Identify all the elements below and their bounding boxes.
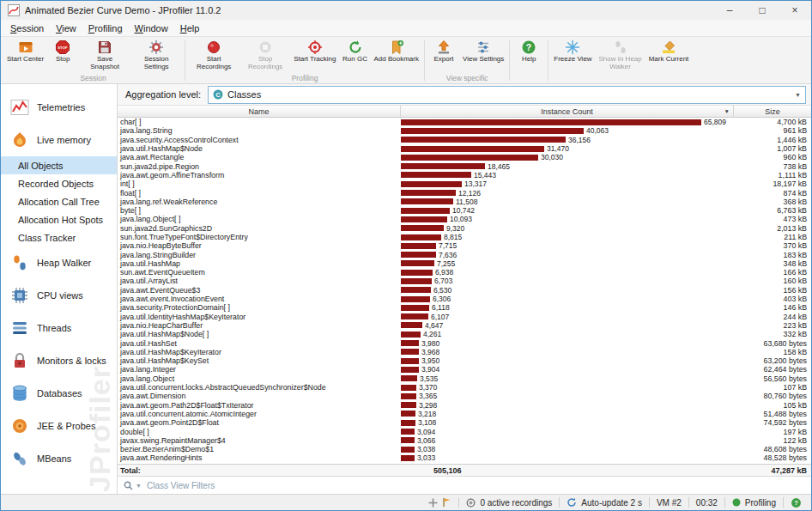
table-row[interactable]: java.awt.geom.AffineTransform15,4431,111…: [118, 171, 811, 179]
toolbar-group-label: Profiling: [188, 74, 421, 83]
column-header-name[interactable]: Name: [118, 106, 401, 117]
table-row[interactable]: java.awt.Rectangle30,030960 kB: [118, 153, 811, 161]
view-settings-button[interactable]: View Settings: [460, 39, 506, 64]
sidebar-item-mbeans[interactable]: MBeans: [1, 442, 117, 475]
column-header-instance-count[interactable]: Instance Count▼: [401, 106, 734, 117]
statusbar-label: 0 active recordings: [480, 498, 552, 508]
table-row[interactable]: char[ ]65,8094,700 kB: [118, 118, 811, 126]
table-row[interactable]: java.awt.geom.Point2D$Float3,10874,592 b…: [118, 418, 811, 427]
table-row[interactable]: java.awt.RenderingHints3,03348,528 bytes: [118, 453, 811, 462]
table-row[interactable]: java.util.HashMap$Node31,4701,007 kB: [118, 144, 811, 153]
table-row[interactable]: java.util.HashMap$Node[ ]4,261332 kB: [118, 330, 811, 338]
sidebar-item-telemetries[interactable]: Telemetries: [1, 91, 117, 124]
table-row[interactable]: java.util.concurrent.atomic.AtomicIntege…: [118, 410, 811, 418]
cell-instance-count: 4,647: [401, 321, 734, 330]
table-row[interactable]: java.security.AccessControlContext36,156…: [118, 136, 811, 144]
table-row[interactable]: java.awt.Dimension3,36580,760 bytes: [118, 392, 811, 400]
table-row[interactable]: java.awt.EventQueue$36,530156 kB: [118, 286, 811, 295]
table-row[interactable]: java.lang.String40,063961 kB: [118, 126, 811, 135]
instance-count-bar: [401, 313, 428, 319]
statusbar-segment-profiling-state[interactable]: Profiling: [725, 495, 783, 510]
start-tracking-button[interactable]: Start Tracking: [291, 39, 338, 64]
sidebar-subitem-allocation-hot-spots[interactable]: Allocation Hot Spots: [1, 210, 117, 228]
session-settings-button[interactable]: Session Settings: [130, 39, 182, 70]
stop-recordings-button[interactable]: Stop Recordings: [239, 39, 291, 70]
menu-view[interactable]: View: [50, 23, 82, 33]
aggregation-select[interactable]: C Classes ▼: [208, 86, 806, 104]
sidebar-item-cpu-views[interactable]: CPU views: [1, 279, 117, 312]
class-view-filters-input[interactable]: ▼ Class View Filters: [118, 476, 811, 494]
save-snapshot-button[interactable]: Save Snapshot: [79, 39, 130, 70]
sidebar-item-monitors-locks[interactable]: Monitors & locks: [1, 344, 117, 377]
cell-instance-count: 3,066: [401, 436, 734, 445]
cell-name: java.lang.Integer: [118, 365, 401, 374]
table-row[interactable]: java.util.HashMap7,255348 kB: [118, 259, 811, 268]
cell-name: java.lang.StringBuilder: [118, 251, 401, 259]
mark-current-button[interactable]: Mark Current: [646, 39, 692, 64]
statusbar-segment-help[interactable]: ?: [784, 495, 809, 510]
table-row[interactable]: java.awt.geom.Path2D$Float$TxIterator3,2…: [118, 401, 811, 410]
table-row[interactable]: java.lang.ref.WeakReference11,508368 kB: [118, 198, 811, 206]
sidebar-item-threads[interactable]: Threads: [1, 312, 117, 344]
table-row[interactable]: java.util.IdentityHashMap$KeyIterator6,1…: [118, 313, 811, 321]
statusbar-segment-active-recordings[interactable]: 0 active recordings: [459, 495, 559, 510]
sidebar-item-live-memory[interactable]: Live memory: [1, 124, 117, 156]
column-header-size[interactable]: Size: [734, 106, 811, 117]
export-button[interactable]: Export: [427, 39, 460, 64]
sidebar-subitem-allocation-call-tree[interactable]: Allocation Call Tree: [1, 192, 117, 210]
databases-icon: [10, 384, 29, 403]
cell-size: 1,007 kB: [734, 144, 811, 153]
sidebar-item-jee-probes[interactable]: JEE & Probes: [1, 410, 117, 442]
menu-window[interactable]: Window: [129, 23, 174, 33]
sidebar-item-databases[interactable]: Databases: [1, 377, 117, 410]
sidebar-subitem-class-tracker[interactable]: Class Tracker: [1, 228, 117, 246]
statusbar-segment-auto-update[interactable]: Auto-update 2 s: [560, 495, 649, 510]
statusbar-segment-quick-actions[interactable]: [421, 495, 458, 510]
start-recordings-button[interactable]: Start Recordings: [188, 39, 239, 70]
table-row[interactable]: java.nio.HeapByteBuffer7,715370 kB: [118, 241, 811, 250]
table-row[interactable]: java.nio.HeapCharBuffer4,647223 kB: [118, 321, 811, 330]
run-gc-icon: [348, 40, 363, 55]
stop-button[interactable]: STOPStop: [46, 39, 79, 64]
statusbar-segment-vm-number[interactable]: VM #2: [650, 495, 688, 510]
table-row[interactable]: java.lang.StringBuilder7,636183 kB: [118, 250, 811, 259]
freeze-view-button[interactable]: Freeze View: [551, 39, 594, 64]
table-row[interactable]: java.util.HashMap$KeyIterator3,968158 kB: [118, 348, 811, 356]
menu-session[interactable]: Session: [4, 23, 50, 33]
table-row[interactable]: byte[ ]10,7426,763 kB: [118, 206, 811, 215]
table-row[interactable]: sun.awt.EventQueueItem6,938166 kB: [118, 268, 811, 277]
table-row[interactable]: javax.swing.RepaintManager$43,066122 kB: [118, 436, 811, 445]
table-row[interactable]: bezier.BezierAnim$Demo$13,03848,608 byte…: [118, 445, 811, 453]
sidebar-subitem-recorded-objects[interactable]: Recorded Objects: [1, 174, 117, 192]
table-row[interactable]: sun.font.TrueTypeFont$DirectoryEntry8,81…: [118, 233, 811, 241]
table-row[interactable]: java.lang.Integer3,90462,464 bytes: [118, 365, 811, 374]
show-in-heap-walker-button[interactable]: Show In Heap Walker: [595, 39, 646, 70]
table-row[interactable]: double[ ]3,094197 kB: [118, 427, 811, 435]
sidebar-item-heap-walker[interactable]: Heap Walker: [1, 246, 117, 279]
table-row[interactable]: java.awt.event.InvocationEvent6,306403 k…: [118, 295, 811, 303]
run-gc-button[interactable]: Run GC: [339, 39, 372, 64]
close-button[interactable]: ×: [779, 1, 811, 20]
minimize-button[interactable]: –: [713, 1, 746, 20]
table-row[interactable]: int[ ]13,31718,197 kB: [118, 179, 811, 188]
cell-instance-count: 3,968: [401, 348, 734, 356]
table-row[interactable]: java.util.HashMap$KeySet3,95063,200 byte…: [118, 356, 811, 365]
statusbar-segment-elapsed-time: 00:32: [689, 495, 724, 510]
table-row[interactable]: java.util.ArrayList6,703160 kB: [118, 277, 811, 285]
cell-name: char[ ]: [118, 118, 401, 126]
start-center-button[interactable]: Start Center: [4, 39, 46, 64]
help-button[interactable]: ?Help: [512, 39, 545, 64]
add-bookmark-button[interactable]: Add Bookmark: [372, 39, 421, 64]
table-row[interactable]: java.util.HashSet3,98063,680 bytes: [118, 338, 811, 347]
table-row[interactable]: java.lang.Object3,53556,560 bytes: [118, 374, 811, 383]
sidebar-subitem-all-objects[interactable]: All Objects: [1, 156, 117, 174]
maximize-button[interactable]: □: [746, 1, 779, 20]
table-row[interactable]: java.lang.Object[ ]10,093473 kB: [118, 215, 811, 223]
table-row[interactable]: java.security.ProtectionDomain[ ]6,11814…: [118, 303, 811, 312]
table-row[interactable]: sun.java2d.SunGraphics2D9,3202,013 kB: [118, 224, 811, 233]
table-row[interactable]: sun.java2d.pipe.Region18,465738 kB: [118, 161, 811, 170]
menu-profiling[interactable]: Profiling: [82, 23, 129, 33]
menu-help[interactable]: Help: [174, 23, 206, 33]
table-row[interactable]: java.util.concurrent.locks.AbstractQueue…: [118, 383, 811, 392]
table-row[interactable]: float[ ]12,126874 kB: [118, 188, 811, 197]
